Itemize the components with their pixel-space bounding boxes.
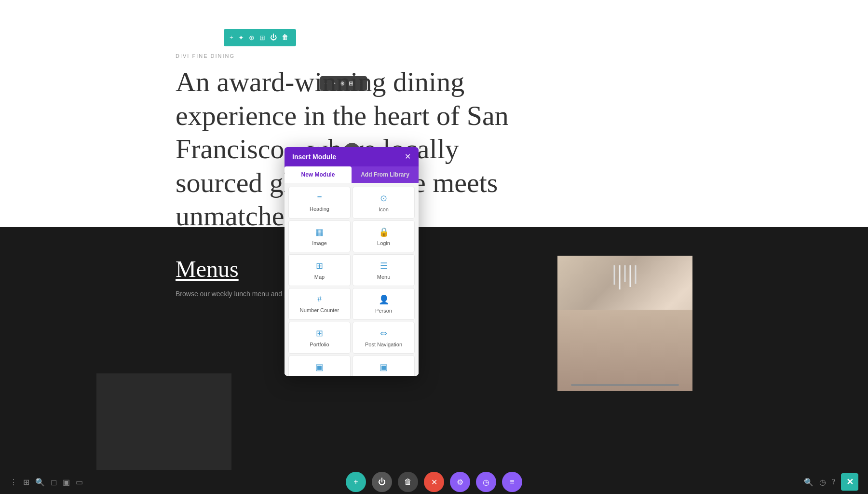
add-icon[interactable]: +	[230, 34, 233, 41]
bottom-bar-right: 🔍 ◷ ? ✕	[804, 473, 858, 491]
module-post-title[interactable]: ▣ Post Title	[353, 356, 415, 376]
module-heading-label: Heading	[310, 206, 329, 212]
module-number-counter[interactable]: # Number Counter	[288, 288, 351, 320]
module-portfolio[interactable]: ⊞ Portfolio	[288, 322, 351, 354]
bottom-bar-center: + ⏻ 🗑 ✕ ⚙ ◷ ≡	[346, 472, 522, 492]
modal-header: Insert Module ✕	[285, 147, 419, 166]
candles	[614, 265, 637, 289]
module-post-title-label: Post Title	[373, 375, 394, 376]
layout-grid-icon[interactable]: ⊞	[23, 478, 29, 487]
duplicate-icon[interactable]: ⊕	[249, 34, 255, 42]
layout-icon[interactable]: ⊞	[259, 34, 265, 42]
module-login[interactable]: 🔒 Login	[353, 220, 415, 252]
module-post-navigation-label: Post Navigation	[365, 342, 402, 347]
insert-module-modal: Insert Module ✕ New Module Add From Libr…	[285, 147, 419, 376]
tablet-icon[interactable]: ▣	[63, 478, 70, 487]
bottom-section: Menus Browse our weekly lunch menu and p…	[0, 227, 868, 494]
tab-add-from-library[interactable]: Add From Library	[352, 166, 419, 183]
settings-icon[interactable]: ✦	[238, 34, 244, 42]
modal-close-button[interactable]: ✕	[405, 153, 411, 161]
module-image-label: Image	[312, 240, 327, 246]
add-section-button[interactable]: +	[346, 472, 366, 492]
module-toolbar-top[interactable]: + ✦ ⊕ ⊞ ⏻ 🗑 ⋮	[224, 29, 296, 46]
module-map-label: Map	[314, 274, 325, 280]
history-button[interactable]: ◷	[476, 472, 496, 492]
module-icon-label: Icon	[379, 206, 389, 212]
module-post-slider[interactable]: ▣ Post Slider	[288, 356, 351, 376]
module-image[interactable]: ▦ Image	[288, 220, 351, 252]
icon-icon: ⊙	[380, 193, 387, 204]
mobile-icon[interactable]: ▭	[76, 478, 83, 487]
help-icon[interactable]: ?	[832, 478, 835, 486]
menu-dots-icon[interactable]: ⋮	[10, 478, 17, 487]
modal-tabs: New Module Add From Library	[285, 166, 419, 183]
bottom-bar-left: ⋮ ⊞ 🔍 ◻ ▣ ▭	[10, 478, 83, 487]
power-button[interactable]: ⏻	[372, 472, 392, 492]
close-button[interactable]: ✕	[424, 472, 444, 492]
module-person[interactable]: 👤 Person	[353, 288, 415, 320]
image-icon: ▦	[315, 227, 324, 237]
more-icon[interactable]: ⋮	[293, 34, 300, 42]
post-title-icon: ▣	[380, 362, 388, 372]
search-right-icon[interactable]: 🔍	[804, 478, 814, 487]
exit-builder-button[interactable]: ✕	[841, 473, 858, 491]
module-post-navigation[interactable]: ⇔ Post Navigation	[353, 322, 415, 354]
search-bottom-icon[interactable]: 🔍	[35, 478, 45, 487]
trash-button[interactable]: 🗑	[398, 472, 418, 492]
post-navigation-icon: ⇔	[380, 328, 387, 339]
person-icon: 👤	[379, 294, 389, 305]
dining-image-inner	[557, 256, 692, 391]
food-image	[96, 373, 231, 470]
clock-icon[interactable]: ◷	[819, 478, 826, 487]
module-number-counter-label: Number Counter	[300, 307, 339, 313]
tab-new-module[interactable]: New Module	[285, 166, 352, 183]
heading-icon: ≡	[317, 193, 322, 203]
module-map[interactable]: ⊞ Map	[288, 254, 351, 286]
delete-icon[interactable]: 🗑	[282, 34, 288, 41]
menu-button[interactable]: ≡	[502, 472, 522, 492]
modal-title: Insert Module	[292, 153, 336, 161]
map-icon: ⊞	[316, 261, 323, 271]
module-person-label: Person	[375, 308, 392, 314]
table-edge	[571, 384, 679, 386]
top-section: + ✦ ⊕ ⊞ ⏻ 🗑 ⋮ DIVI FINE DINING + ✦ ⊕ ⊞ ⋮…	[0, 0, 868, 227]
modal-body: ≡ Heading ⊙ Icon ▦ Image 🔒 Login ⊞ Map ☰	[285, 183, 419, 376]
module-menu[interactable]: ☰ Menu	[353, 254, 415, 286]
desktop-icon[interactable]: ◻	[51, 478, 57, 487]
settings-button[interactable]: ⚙	[450, 472, 470, 492]
table-surface	[557, 310, 692, 391]
module-menu-label: Menu	[377, 274, 391, 280]
module-portfolio-label: Portfolio	[310, 342, 329, 347]
module-grid: ≡ Heading ⊙ Icon ▦ Image 🔒 Login ⊞ Map ☰	[288, 187, 415, 376]
menu-icon: ☰	[380, 261, 388, 271]
number-counter-icon: #	[317, 294, 322, 304]
login-icon: 🔒	[379, 227, 389, 237]
dining-image	[557, 256, 692, 391]
post-slider-icon: ▣	[315, 362, 324, 372]
site-label: DIVI FINE DINING	[176, 53, 235, 59]
power-icon[interactable]: ⏻	[270, 34, 277, 41]
portfolio-icon: ⊞	[316, 328, 323, 339]
module-heading[interactable]: ≡ Heading	[288, 187, 351, 219]
module-post-slider-label: Post Slider	[307, 375, 332, 376]
bottom-bar: ⋮ ⊞ 🔍 ◻ ▣ ▭ + ⏻ 🗑 ✕ ⚙ ◷ ≡ 🔍 ◷ ? ✕	[0, 470, 868, 494]
module-login-label: Login	[377, 240, 390, 246]
module-icon[interactable]: ⊙ Icon	[353, 187, 415, 219]
